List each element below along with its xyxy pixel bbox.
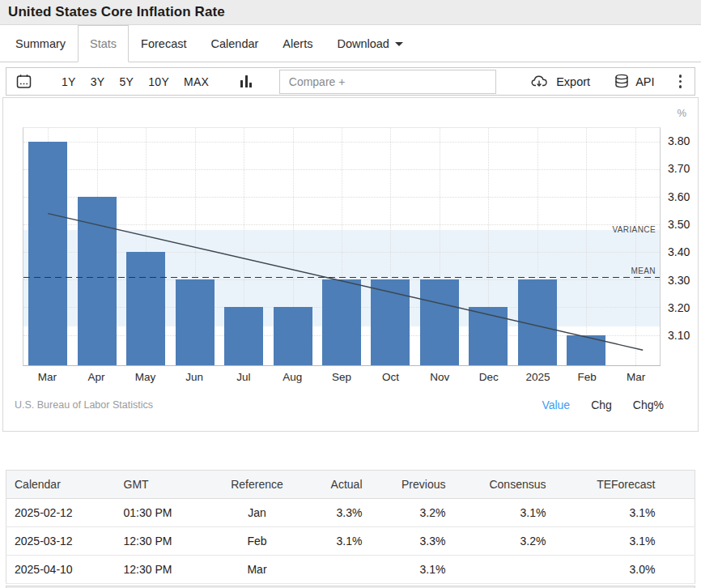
- variance-annotation: VARIANCE: [612, 225, 656, 234]
- series-links: ValueChgChg%: [520, 398, 664, 411]
- x-tick-label: Dec: [479, 371, 499, 383]
- range-button-10y[interactable]: 10Y: [141, 75, 176, 88]
- compare-input[interactable]: [279, 70, 496, 94]
- cell-calendar: 2025-04-10: [6, 556, 116, 584]
- bar-chart-plot[interactable]: VARIANCEMEAN: [23, 127, 661, 366]
- cell-spacer: [660, 556, 695, 584]
- x-tick-label: Jul: [236, 371, 250, 383]
- cell-consensus: 3.1%: [450, 499, 550, 527]
- x-tick-label: Mar: [627, 371, 645, 383]
- table-row[interactable]: 2025-02-1201:30 PMJan3.3%3.2%3.1%3.1%: [6, 499, 695, 527]
- chart-area: VARIANCEMEAN 3.103.203.303.403.503.603.7…: [23, 127, 698, 366]
- export-button[interactable]: Export: [531, 75, 590, 88]
- series-link-chgpct[interactable]: Chg%: [633, 398, 664, 411]
- cell-consensus: [450, 556, 550, 584]
- api-button[interactable]: API: [614, 74, 654, 89]
- bar-chart-type-icon[interactable]: [240, 75, 254, 87]
- column-header-teforecast[interactable]: TEForecast: [550, 471, 660, 499]
- toolbar-right: Export API: [531, 73, 685, 89]
- table-row[interactable]: 2025-04-1012:30 PMMar3.1%3.0%: [6, 556, 695, 584]
- column-header-gmt[interactable]: GMT: [116, 471, 217, 499]
- tab-summary[interactable]: Summary: [3, 25, 78, 62]
- range-button-max[interactable]: MAX: [176, 75, 216, 88]
- page-title: United States Core Inflation Rate: [8, 4, 225, 20]
- tab-label: Download: [337, 37, 389, 50]
- source-label: U.S. Bureau of Labor Statistics: [15, 399, 153, 411]
- tab-download[interactable]: Download: [325, 25, 415, 62]
- cell-consensus: 3.2%: [450, 527, 550, 556]
- tab-label: Summary: [15, 37, 66, 50]
- cell-actual: 3.3%: [298, 499, 367, 527]
- column-header-consensus[interactable]: Consensus: [450, 471, 550, 499]
- x-tick-label: Nov: [430, 371, 449, 383]
- y-tick-label: 3.70: [668, 162, 690, 175]
- series-link-value[interactable]: Value: [542, 398, 570, 411]
- cell-reference: Jan: [217, 499, 298, 527]
- kebab-menu-icon[interactable]: [679, 73, 682, 89]
- chart-footer: U.S. Bureau of Labor Statistics ValueChg…: [15, 398, 664, 411]
- range-button-1y[interactable]: 1Y: [54, 75, 83, 88]
- export-label: Export: [556, 75, 590, 88]
- table-header-row: CalendarGMTReferenceActualPreviousConsen…: [6, 471, 695, 499]
- tab-forecast[interactable]: Forecast: [129, 25, 198, 62]
- x-tick-label: May: [135, 371, 156, 383]
- x-tick-label: Feb: [577, 371, 596, 383]
- cell-reference: Mar: [217, 556, 298, 584]
- range-buttons: 1Y3Y5Y10YMAX: [54, 75, 216, 88]
- cell-gmt: 01:30 PM: [116, 499, 217, 527]
- tab-label: Alerts: [283, 37, 312, 50]
- tab-bar: SummaryStatsForecastCalendarAlertsDownlo…: [0, 25, 701, 62]
- y-tick-label: 3.60: [668, 190, 690, 203]
- y-tick-label: 3.10: [668, 329, 690, 342]
- chart-panel: % VARIANCEMEAN 3.103.203.303.403.503.603…: [2, 97, 699, 432]
- cell-spacer: [660, 527, 695, 556]
- cell-gmt: 12:30 PM: [116, 527, 217, 556]
- range-button-5y[interactable]: 5Y: [112, 75, 141, 88]
- x-tick-label: 2025: [525, 371, 550, 383]
- cell-gmt: 12:30 PM: [116, 556, 217, 584]
- x-axis: MarAprMayJunJulAugSepOctNovDec2025FebMar: [23, 366, 661, 388]
- cell-previous: 3.2%: [367, 499, 450, 527]
- y-axis: 3.103.203.303.403.503.603.703.80: [661, 127, 698, 366]
- cell-calendar: 2025-02-12: [6, 499, 116, 527]
- column-header-reference[interactable]: Reference: [217, 471, 298, 499]
- tab-alerts[interactable]: Alerts: [270, 25, 325, 62]
- table-row[interactable]: 2025-03-1212:30 PMFeb3.1%3.3%3.2%3.1%: [6, 527, 695, 556]
- column-header-previous[interactable]: Previous: [367, 471, 450, 499]
- cell-teforecast: 3.1%: [550, 527, 660, 556]
- trend-line: [23, 128, 660, 365]
- cell-calendar: 2025-03-12: [6, 527, 116, 556]
- tab-label: Calendar: [211, 37, 259, 50]
- calendar-icon[interactable]: [16, 74, 32, 89]
- api-label: API: [635, 75, 654, 88]
- y-axis-unit: %: [677, 107, 686, 119]
- y-tick-label: 3.50: [668, 218, 690, 231]
- column-header-actual[interactable]: Actual: [298, 471, 367, 499]
- series-link-chg[interactable]: Chg: [591, 398, 612, 411]
- column-header-calendar[interactable]: Calendar: [6, 471, 116, 499]
- tab-calendar[interactable]: Calendar: [199, 25, 271, 62]
- releases-table: CalendarGMTReferenceActualPreviousConsen…: [6, 470, 695, 584]
- cloud-download-icon: [531, 75, 550, 88]
- cell-previous: 3.1%: [367, 556, 450, 584]
- database-icon: [614, 74, 629, 89]
- mean-annotation: MEAN: [631, 266, 656, 275]
- cell-reference: Feb: [217, 527, 298, 556]
- x-tick-label: Aug: [283, 371, 302, 383]
- cell-teforecast: 3.0%: [550, 556, 660, 584]
- column-header-spacer: [660, 471, 695, 499]
- y-tick-label: 3.80: [668, 134, 690, 147]
- page-header: United States Core Inflation Rate: [0, 0, 701, 25]
- y-tick-label: 3.20: [668, 301, 690, 314]
- cell-teforecast: 3.1%: [550, 499, 660, 527]
- tab-label: Forecast: [141, 37, 186, 50]
- x-tick-label: Oct: [382, 371, 399, 383]
- y-tick-label: 3.30: [668, 274, 690, 287]
- chart-toolbar: 1Y3Y5Y10YMAX Export API: [6, 67, 695, 96]
- tab-label: Stats: [90, 37, 117, 50]
- x-tick-label: Apr: [87, 371, 104, 383]
- tab-stats[interactable]: Stats: [78, 25, 129, 62]
- x-tick-label: Mar: [38, 371, 57, 383]
- x-tick-label: Jun: [185, 371, 203, 383]
- range-button-3y[interactable]: 3Y: [83, 75, 113, 88]
